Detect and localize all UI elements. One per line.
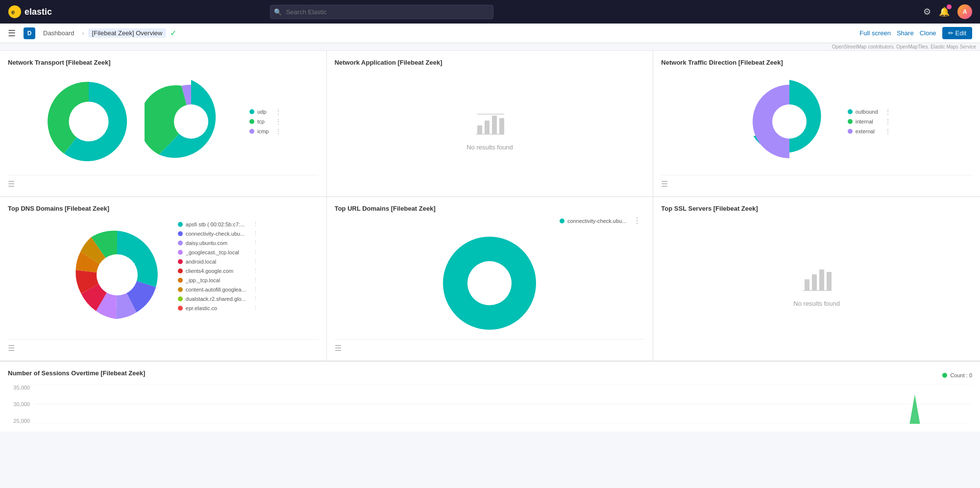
menu-button[interactable]: ☰: [8, 28, 16, 39]
svg-marker-22: [909, 394, 920, 424]
legend-dns-8: dualstack.r2.shared.glo... ⋮: [178, 295, 258, 302]
sessions-legend: Count : 0: [942, 372, 972, 378]
dashboard-row-2: Top DNS Domains [Filebeat Zeek]: [0, 197, 980, 361]
clone-link[interactable]: Clone: [920, 29, 936, 37]
dns-8-label: dualstack.r2.shared.glo...: [186, 296, 246, 302]
top-url-domains-title: Top URL Domains [Filebeat Zeek]: [335, 205, 645, 212]
dns-0-dot: [178, 222, 183, 227]
y-label-35000: 35,000: [8, 385, 30, 390]
dns-1-menu[interactable]: ⋮: [249, 230, 258, 237]
legend-item-internal: internal ⋮: [848, 118, 891, 125]
legend-dns-4: android.local ⋮: [178, 258, 258, 265]
breadcrumb-separator: ›: [82, 30, 84, 37]
svg-rect-6: [485, 121, 490, 134]
sessions-chart-area: [34, 385, 972, 424]
y-label-30000: 30,000: [8, 401, 30, 407]
no-results-ssl-icon: [802, 262, 832, 294]
edit-pencil-icon: ✏: [948, 29, 954, 37]
no-results-application-text: No results found: [466, 144, 513, 151]
dns-5-menu[interactable]: ⋮: [249, 268, 258, 274]
legend-dns-3: _googlecast._tcp.local ⋮: [178, 249, 258, 255]
dns-5-dot: [178, 268, 183, 273]
top-ssl-servers-title: Top SSL Servers [Filebeat Zeek]: [661, 205, 972, 212]
svg-point-4: [174, 104, 208, 139]
search-bar[interactable]: 🔍: [270, 5, 493, 19]
dns-2-label: daisy.ubuntu.com: [186, 240, 227, 246]
avatar[interactable]: A: [957, 4, 972, 19]
sessions-count-label: Count : 0: [950, 372, 972, 378]
outbound-menu-icon[interactable]: ⋮: [881, 108, 891, 115]
breadcrumb-bar: ☰ D Dashboard › [Filebeat Zeek] Overview…: [0, 24, 980, 43]
sessions-overtime-title: Number of Sessions Overtime [Filebeat Ze…: [8, 369, 145, 377]
legend-dns-5: clients4.google.com ⋮: [178, 268, 258, 274]
svg-point-10: [772, 104, 807, 139]
map-attribution: OpenStreetMap contributors. OpenMapTiles…: [0, 43, 980, 51]
fullscreen-link[interactable]: Full screen: [859, 29, 891, 37]
internal-label: internal: [856, 119, 873, 124]
transport-legend: udp ⋮ tcp ⋮ icmp ⋮: [249, 108, 281, 135]
url-domains-footer: ☰: [335, 339, 645, 353]
top-dns-domains-panel: Top DNS Domains [Filebeat Zeek]: [0, 197, 327, 361]
dns-7-menu[interactable]: ⋮: [249, 286, 258, 293]
traffic-direction-legend: outbound ⋮ internal ⋮ external ⋮: [848, 108, 891, 135]
url-legend-menu[interactable]: ⋮: [629, 216, 641, 225]
no-results-ssl: No results found: [793, 262, 840, 307]
traffic-direction-footer-icon: ☰: [661, 179, 668, 189]
sessions-overtime-panel: Number of Sessions Overtime [Filebeat Ze…: [0, 361, 980, 432]
dns-domains-footer: ☰: [8, 339, 318, 353]
dns-8-menu[interactable]: ⋮: [249, 295, 258, 302]
dns-9-menu[interactable]: ⋮: [249, 305, 258, 311]
dns-6-menu[interactable]: ⋮: [249, 277, 258, 283]
internal-menu-icon[interactable]: ⋮: [881, 118, 891, 125]
svg-point-13: [467, 261, 512, 305]
dns-0-menu[interactable]: ⋮: [249, 221, 258, 227]
dns-4-menu[interactable]: ⋮: [249, 258, 258, 265]
icmp-menu-icon[interactable]: ⋮: [271, 128, 281, 135]
url-legend-item: connectivity-check.ubu... ⋮: [560, 216, 641, 225]
dashboard: Network Transport [Filebeat Zeek]: [0, 51, 980, 432]
sessions-chart-svg: [34, 385, 972, 424]
breadcrumb-dashboard[interactable]: Dashboard: [39, 28, 78, 38]
url-footer-icon: ☰: [335, 343, 342, 353]
dns-5-label: clients4.google.com: [186, 268, 233, 274]
network-transport-title: Network Transport [Filebeat Zeek]: [8, 59, 318, 66]
legend-item-outbound: outbound ⋮: [848, 108, 891, 115]
elastic-logo[interactable]: e elastic: [8, 5, 52, 19]
legend-dns-6: _ipp._tcp.local ⋮: [178, 277, 258, 283]
traffic-direction-footer: ☰: [661, 175, 972, 189]
transport-panel-footer: ☰: [8, 175, 318, 189]
tcp-menu-icon[interactable]: ⋮: [271, 118, 281, 125]
breadcrumb-overview[interactable]: [Filebeat Zeek] Overview: [88, 28, 167, 38]
dns-footer-icon: ☰: [8, 343, 15, 353]
dns-7-dot: [178, 287, 183, 292]
external-menu-icon[interactable]: ⋮: [881, 128, 891, 135]
legend-dns-7: content-autofill.googlea... ⋮: [178, 286, 258, 293]
dns-9-dot: [178, 306, 183, 311]
legend-item-icmp: icmp ⋮: [249, 128, 281, 135]
legend-item-udp: udp ⋮: [249, 108, 281, 115]
svg-point-2: [69, 102, 109, 142]
url-domains-pie-svg: [436, 229, 543, 337]
share-link[interactable]: Share: [897, 29, 914, 37]
top-ssl-servers-panel: Top SSL Servers [Filebeat Zeek] No resul…: [653, 197, 980, 361]
dns-4-dot: [178, 259, 183, 264]
notifications-icon[interactable]: 🔔: [939, 6, 950, 17]
outbound-color-dot: [848, 109, 853, 114]
network-application-content: No results found: [335, 70, 645, 189]
dns-3-menu[interactable]: ⋮: [249, 249, 258, 255]
svg-rect-16: [819, 269, 824, 291]
url-legend-label: connectivity-check.ubu...: [567, 218, 626, 224]
search-icon: 🔍: [274, 8, 282, 16]
top-navigation: e elastic 🔍 ⚙ 🔔 A: [0, 0, 980, 24]
dns-2-menu[interactable]: ⋮: [249, 240, 258, 246]
edit-button[interactable]: ✏ Edit: [942, 27, 972, 39]
legend-dns-9: epr.elastic.co ⋮: [178, 305, 258, 311]
search-input[interactable]: [270, 5, 493, 19]
external-label: external: [856, 128, 875, 134]
udp-menu-icon[interactable]: ⋮: [271, 108, 281, 115]
dashboard-row-1: Network Transport [Filebeat Zeek]: [0, 51, 980, 197]
top-ssl-servers-content: No results found: [661, 216, 972, 353]
udp-label: udp: [257, 109, 266, 115]
settings-icon[interactable]: ⚙: [923, 6, 931, 17]
svg-rect-5: [477, 125, 482, 134]
